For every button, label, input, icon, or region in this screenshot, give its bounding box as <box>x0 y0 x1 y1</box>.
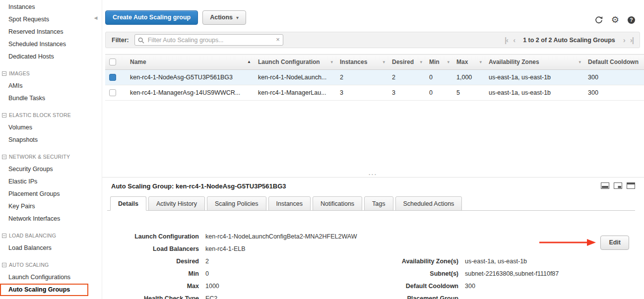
field-health-check-type: Health Check TypeEC2 <box>107 295 383 299</box>
column-label: Desired <box>392 59 414 65</box>
sidebar-item-key-pairs[interactable]: Key Pairs <box>0 200 91 213</box>
field-value: ken-rc4-1-ELB <box>205 245 246 253</box>
collapse-section-icon <box>2 71 6 76</box>
tab-details[interactable]: Details <box>110 196 146 211</box>
asg-list-section: Create Auto Scaling group Actions▾ ⚙ ? F… <box>102 0 644 172</box>
search-box: × <box>134 34 283 46</box>
cell-launch_config: ken-rc4-1-NodeLaunch... <box>254 70 336 85</box>
cell-azs: us-east-1a, us-east-1b <box>485 70 584 85</box>
column-header-max[interactable]: Max▾ <box>452 55 485 70</box>
tab-activity-history[interactable]: Activity History <box>148 196 205 211</box>
sidebar-item-scheduled-instances[interactable]: Scheduled Instances <box>0 38 91 51</box>
sidebar-item-bundle-tasks[interactable]: Bundle Tasks <box>0 92 91 105</box>
create-asg-button[interactable]: Create Auto Scaling group <box>105 10 198 25</box>
cell-launch_config: ken-rc4-1-ManagerLau... <box>254 85 336 101</box>
cell-name: ken-rc4-1-NodeAsg-G5TU3P561BG3 <box>126 70 254 85</box>
row-checkbox[interactable] <box>109 89 116 96</box>
sidebar-item-load-balancers[interactable]: Load Balancers <box>0 242 91 254</box>
tab-scaling-policies[interactable]: Scaling Policies <box>207 196 266 211</box>
sort-icon: ▲ <box>247 60 251 64</box>
field-label: Availability Zone(s) <box>383 257 458 265</box>
actions-button[interactable]: Actions▾ <box>202 10 246 25</box>
ec2-console: InstancesSpot RequestsReserved Instances… <box>0 0 644 299</box>
column-header-default-cooldown[interactable]: Default Cooldown▾ <box>584 55 644 70</box>
collapse-section-icon <box>2 263 6 267</box>
search-icon <box>138 37 144 46</box>
filter-bar: Filter: × |‹ ‹ 1 to 2 of 2 Auto Scaling … <box>105 32 640 48</box>
select-all-checkbox[interactable] <box>109 59 116 65</box>
column-header-launch-configuration[interactable]: Launch Configuration▾ <box>254 55 336 70</box>
row-checkbox[interactable] <box>109 74 116 81</box>
pane-bottom-right-icon[interactable] <box>614 182 622 189</box>
last-page-icon[interactable]: ›| <box>630 37 634 44</box>
sidebar-item-auto-scaling-groups[interactable]: Auto Scaling Groups <box>0 284 88 296</box>
column-header-instances[interactable]: Instances▾ <box>336 55 388 70</box>
sidebar-section-network-security[interactable]: NETWORK & SECURITY <box>0 151 91 163</box>
pane-bottom-half-icon[interactable] <box>601 182 609 189</box>
sidebar-item-volumes[interactable]: Volumes <box>0 121 91 134</box>
column-header-desired[interactable]: Desired▾ <box>388 55 425 70</box>
table-row[interactable]: ken-rc4-1-NodeAsg-G5TU3P561BG3ken-rc4-1-… <box>105 70 644 85</box>
field-availability-zone-s: Availability Zone(s)us-east-1a, us-east-… <box>383 257 559 265</box>
cell-desired: 2 <box>388 70 425 85</box>
filter-input[interactable] <box>134 34 283 46</box>
tab-tags[interactable]: Tags <box>364 196 393 211</box>
grip-dots-icon: ••• <box>369 173 377 176</box>
tab-instances[interactable]: Instances <box>268 196 311 211</box>
sidebar-gutter: ◀ <box>91 0 102 299</box>
next-page-icon[interactable]: › <box>623 37 625 44</box>
fields-right-column: Availability Zone(s)us-east-1a, us-east-… <box>383 257 559 299</box>
sidebar-section-elastic-block-store[interactable]: ELASTIC BLOCK STORE <box>0 109 91 121</box>
help-icon[interactable]: ? <box>628 16 635 24</box>
sidebar-item-security-groups[interactable]: Security Groups <box>0 163 91 176</box>
sidebar-item-instances[interactable]: Instances <box>0 1 91 13</box>
tab-notifications[interactable]: Notifications <box>313 196 362 211</box>
edit-button[interactable]: Edit <box>600 236 629 250</box>
sidebar-item-spot-requests[interactable]: Spot Requests <box>0 13 91 26</box>
gear-icon[interactable]: ⚙ <box>611 16 619 24</box>
toolbar: Create Auto Scaling group Actions▾ ⚙ ? <box>105 0 644 25</box>
sidebar-item-amis[interactable]: AMIs <box>0 80 91 92</box>
sidebar-item-dedicated-hosts[interactable]: Dedicated Hosts <box>0 51 91 63</box>
pane-maximize-icon[interactable] <box>627 182 635 189</box>
field-label: Placement Group <box>383 295 458 299</box>
column-header-availability-zones[interactable]: Availability Zones▾ <box>485 55 584 70</box>
sidebar-item-placement-groups[interactable]: Placement Groups <box>0 188 91 200</box>
asg-table: Name▲Launch Configuration▾Instances▾Desi… <box>105 54 644 101</box>
previous-page-icon[interactable]: ‹ <box>513 37 515 44</box>
column-header-name[interactable]: Name▲ <box>126 55 254 70</box>
sidebar-item-reserved-instances[interactable]: Reserved Instances <box>0 26 91 38</box>
column-label: Min <box>429 59 440 65</box>
sidebar-item-snapshots[interactable]: Snapshots <box>0 134 91 146</box>
clear-filter-icon[interactable]: × <box>276 36 280 44</box>
sidebar-section-images[interactable]: IMAGES <box>0 67 91 80</box>
cell-max: 5 <box>452 85 485 101</box>
field-value: ken-rc4-1-NodeLaunchConfigBeta2-MNA2HFEL… <box>205 233 357 240</box>
field-launch-configuration: Launch Configurationken-rc4-1-NodeLaunch… <box>107 233 383 240</box>
collapse-section-icon <box>2 113 6 118</box>
refresh-icon[interactable] <box>595 16 603 24</box>
sidebar-section-auto-scaling[interactable]: AUTO SCALING <box>0 259 91 271</box>
toolbar-icons: ⚙ ? <box>595 16 635 24</box>
cell-cooldown: 300 <box>584 70 644 85</box>
panel-resize-handle[interactable]: ••• <box>102 172 644 178</box>
field-label: Launch Configuration <box>107 233 199 240</box>
pagination-text: 1 to 2 of 2 Auto Scaling Groups <box>523 37 615 44</box>
column-header-min[interactable]: Min▾ <box>425 55 452 70</box>
first-page-icon[interactable]: |‹ <box>505 37 508 44</box>
pagination: |‹ ‹ 1 to 2 of 2 Auto Scaling Groups › ›… <box>505 37 634 44</box>
detail-tabs: DetailsActivity HistoryScaling PoliciesI… <box>107 196 635 211</box>
filter-label: Filter: <box>112 37 129 44</box>
tab-scheduled-actions[interactable]: Scheduled Actions <box>395 196 462 211</box>
field-value: 2 <box>205 257 209 265</box>
annotation-arrow-icon <box>539 238 596 247</box>
table-row[interactable]: ken-rc4-1-ManagerAsg-14US9WWCR...ken-rc4… <box>105 85 644 101</box>
checkbox-cell <box>105 70 126 85</box>
checkbox-cell <box>105 85 126 101</box>
sidebar-item-launch-configurations[interactable]: Launch Configurations <box>0 271 91 284</box>
field-subnet-s: Subnet(s)subnet-22163808,subnet-f1110f87 <box>383 270 559 278</box>
sidebar-item-elastic-ips[interactable]: Elastic IPs <box>0 176 91 188</box>
sidebar-section-load-balancing[interactable]: LOAD BALANCING <box>0 230 91 242</box>
sidebar-item-network-interfaces[interactable]: Network Interfaces <box>0 213 91 225</box>
sidebar-collapse-button[interactable]: ◀ <box>91 13 100 23</box>
